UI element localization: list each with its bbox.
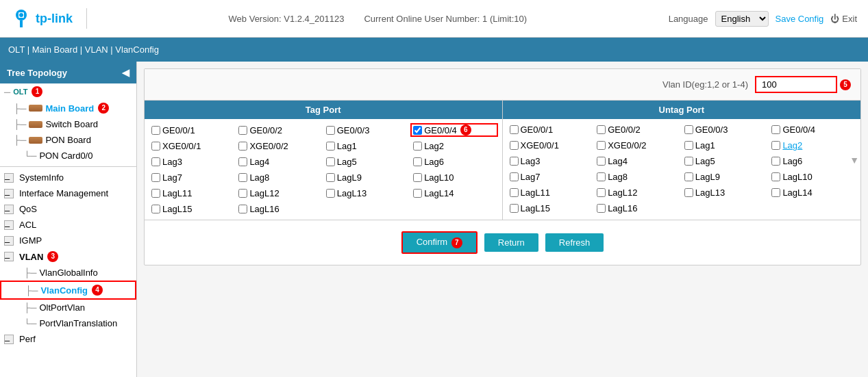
logo-area: tp-link [11,8,87,29]
vlan-id-input[interactable] [755,76,837,93]
interfacemgmt-label: Interface Management [19,188,108,198]
untag-port-ge003[interactable]: GE0/0/3 [682,123,769,136]
tag-port-lag8[interactable]: Lag8 [236,171,323,184]
port-table-container: Tag Port GE0/0/1 GE0/0/2 GE0/0/3 GE0/0/4… [145,101,860,220]
tag-port-lag4[interactable]: Lag4 [236,155,323,168]
nav-bar: OLT | Main Board | VLAN | VlanConfig [0,38,868,62]
untag-port-ge002[interactable]: GE0/0/2 [594,123,682,136]
tag-port-lagl9[interactable]: LagL9 [323,171,410,184]
tag-port-ge004[interactable]: GE0/0/4 6 [410,123,497,137]
untag-port-lag2[interactable]: Lag2 [769,139,856,152]
expand-icon-6: – [4,252,14,261]
sidebar-item-vlanconfig[interactable]: ├─ VlanConfig 4 [0,281,136,300]
untag-port-lagl12[interactable]: LagL12 [594,186,682,199]
untag-port-lagl9[interactable]: LagL9 [682,170,769,183]
header: tp-link Web Version: V1.2.4_201123 Curre… [0,0,868,38]
tree-dash-icon-5: └─ [24,151,36,161]
tag-port-lagl16[interactable]: LagL16 [236,203,323,216]
tag-port-lag6[interactable]: Lag6 [410,155,497,168]
refresh-button[interactable]: Refresh [545,233,604,252]
tag-port-lag3[interactable]: Lag3 [149,155,236,168]
untag-port-lag1[interactable]: Lag1 [682,139,769,152]
tag-port-lag1[interactable]: Lag1 [323,140,410,153]
vlan-id-badge: 5 [840,79,851,90]
vlan-id-label: Vlan ID(eg:1,2 or 1-4) [662,79,748,90]
online-users: Current Online User Number: 1 (Limit:10) [364,14,527,24]
tag-port-ge001[interactable]: GE0/0/1 [149,123,236,137]
untag-port-lagl13[interactable]: LagL13 [682,186,769,199]
untag-port-lagl15[interactable]: LagL15 [507,202,595,215]
untag-port-xge001[interactable]: XGE0/0/1 [507,139,595,152]
tag-port-lagl10[interactable]: LagL10 [410,171,497,184]
save-config-link[interactable]: Save Config [776,14,824,24]
tag-port-xge001[interactable]: XGE0/0/1 [149,140,236,153]
vlanconfig-label: VlanConfig [40,285,88,296]
tag-port-header: Tag Port [145,101,502,119]
tag-port-lag5[interactable]: Lag5 [323,155,410,168]
tag-port-xge002[interactable]: XGE0/0/2 [236,140,323,153]
exit-button[interactable]: ⏻ Exit [830,14,857,24]
main-layout: Tree Topology ◀ ─ OLT 1 ├─ Main Board 2 … [0,62,868,377]
sidebar-item-interfacemgmt[interactable]: – Interface Management [0,185,136,201]
sidebar-item-perf[interactable]: – Perf [0,331,136,347]
sidebar-item-portvlantranslation[interactable]: └─ PortVlanTranslation [0,315,136,331]
sidebar-item-igmp[interactable]: – IGMP [0,233,136,248]
portvlantranslation-label: PortVlanTranslation [39,318,117,328]
mainboard-badge: 2 [98,103,109,114]
untag-port-lagl10[interactable]: LagL10 [769,170,856,183]
tag-port-lagl13[interactable]: LagL13 [323,187,410,200]
untag-port-grid: GE0/0/1 GE0/0/2 GE0/0/3 GE0/0/4 XGE0/0/1… [503,119,861,219]
expand-icon-2: – [4,189,14,198]
scroll-indicator: ▼ [850,155,859,166]
web-version: Web Version: V1.2.4_201123 [229,14,345,24]
untag-port-lag8[interactable]: Lag8 [594,170,682,183]
untag-port-lag3[interactable]: Lag3 [507,155,595,168]
untag-port-ge004[interactable]: GE0/0/4 [769,123,856,136]
sidebar-item-oltportvlan[interactable]: ├─ OltPortVlan [0,300,136,315]
sidebar-item-poncard[interactable]: └─ PON Card0/0 [0,148,136,164]
confirm-badge: 7 [451,237,462,248]
tp-link-logo-icon [11,8,32,29]
sidebar-item-olt[interactable]: ─ OLT 1 [0,83,136,100]
sidebar-item-acl[interactable]: – ACL [0,217,136,233]
sidebar-item-vlanglobalinfo[interactable]: ├─ VlanGlobalInfo [0,265,136,281]
expand-icon: – [4,173,14,183]
untag-port-lag7[interactable]: Lag7 [507,170,595,183]
sidebar-item-qos[interactable]: – QoS [0,201,136,217]
tag-port-ge002[interactable]: GE0/0/2 [236,123,323,137]
tag-port-lagl12[interactable]: LagL12 [236,187,323,200]
svg-rect-3 [20,21,23,27]
untag-port-lagl14[interactable]: LagL14 [769,186,856,199]
return-button[interactable]: Return [484,233,538,252]
untag-port-lagl11[interactable]: LagL11 [507,186,595,199]
ponboard-label: PON Board [45,135,90,145]
tree-vlan-dash1: ├─ [24,268,36,278]
tag-port-lagl14[interactable]: LagL14 [410,187,497,200]
tree-dash-icon-2: ├─ [14,103,26,114]
poncard-label: PON Card0/0 [39,151,92,161]
sidebar-item-mainboard[interactable]: ├─ Main Board 2 [0,100,136,116]
tag-port-lag2[interactable]: Lag2 [410,140,497,153]
language-label: Language [669,14,708,24]
sidebar-title: Tree Topology [7,68,67,78]
tag-port-ge003[interactable]: GE0/0/3 [323,123,410,137]
sidebar-item-switchboard[interactable]: ├─ Switch Board [0,116,136,132]
sidebar-item-vlan[interactable]: – VLAN 3 [0,248,136,265]
tag-port-lag7[interactable]: Lag7 [149,171,236,184]
untag-port-ge001[interactable]: GE0/0/1 [507,123,595,136]
vlanconfig-badge: 4 [92,285,103,296]
untag-port-lag4[interactable]: Lag4 [594,155,682,168]
untag-port-lagl16[interactable]: LagL16 [594,202,682,215]
sidebar-item-ponboard[interactable]: ├─ PON Board [0,132,136,148]
sidebar-toggle[interactable]: ◀ [122,67,129,78]
expand-icon-7: – [4,335,14,344]
confirm-button[interactable]: Confirm 7 [401,231,478,254]
language-select[interactable]: English Chinese [715,11,769,27]
tag-port-lagl15[interactable]: LagL15 [149,203,236,216]
tag-port-lagl11[interactable]: LagL11 [149,187,236,200]
untag-port-xge002[interactable]: XGE0/0/2 [594,139,682,152]
sidebar-item-systeminfo[interactable]: – SystemInfo [0,170,136,185]
untag-port-lag6[interactable]: Lag6 [769,155,856,168]
untag-port-lag5[interactable]: Lag5 [682,155,769,168]
tag-port-grid: GE0/0/1 GE0/0/2 GE0/0/3 GE0/0/4 6 XGE0/0… [145,119,502,220]
